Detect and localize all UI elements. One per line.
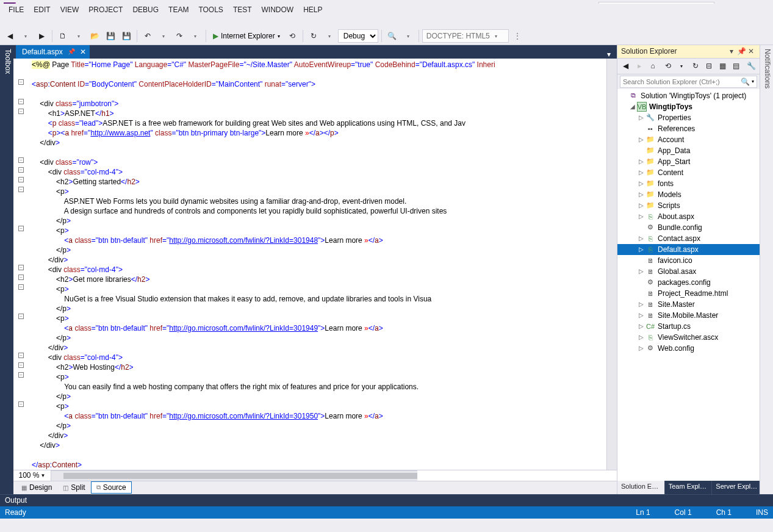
sync-dropdown[interactable]: ▾ [676, 60, 688, 72]
fold-icon[interactable]: − [18, 401, 24, 407]
tree-item[interactable]: 🗎Project_Readme.html [617, 288, 760, 299]
save-button[interactable]: 💾 [103, 29, 118, 43]
refresh-button[interactable]: ↻ [689, 60, 701, 72]
tree-item[interactable]: ▷⎘Contact.aspx [617, 233, 760, 244]
solution-tree[interactable]: ⧉Solution 'WingtipToys' (1 project)◢VBWi… [617, 89, 760, 481]
tree-item[interactable]: ▷⎘About.aspx [617, 211, 760, 222]
fold-icon[interactable]: − [18, 157, 24, 163]
fold-icon[interactable]: − [18, 226, 24, 231]
preview-button[interactable]: ▤ [730, 60, 742, 72]
code-editor[interactable]: − − − − − − − − − − − − − − − − <%@ Page… [13, 59, 617, 470]
back-button[interactable]: ◀ [620, 60, 631, 72]
output-panel-tab[interactable]: Output [0, 494, 773, 506]
fold-icon[interactable]: − [18, 177, 24, 182]
save-all-button[interactable]: 💾 [119, 29, 134, 43]
tab-overflow-icon[interactable]: ▾ [603, 50, 614, 59]
fold-icon[interactable]: − [18, 362, 24, 368]
pin-icon[interactable]: 📌 [68, 48, 75, 55]
menu-file[interactable]: FILE [4, 4, 29, 15]
browser-link-button[interactable]: ⟲ [285, 29, 300, 43]
tree-item[interactable]: ▷C#Startup.cs [617, 321, 760, 332]
fold-icon[interactable]: − [18, 372, 24, 378]
new-project-button[interactable]: 🗋 [56, 29, 70, 43]
doctype-select[interactable]: DOCTYPE: HTML5 ▾ [422, 29, 509, 43]
tree-item[interactable]: ▷⚙Web.config [617, 343, 760, 354]
tree-item[interactable]: ▷🔧Properties [617, 112, 760, 123]
zoom-level[interactable]: 100 %▼ [13, 470, 51, 481]
close-icon[interactable]: ✕ [80, 48, 86, 56]
tab-team-explorer[interactable]: Team Expl… [665, 481, 713, 494]
fold-icon[interactable]: − [18, 353, 24, 358]
nav-back-button[interactable]: ◀ [2, 29, 17, 43]
menu-debug[interactable]: DEBUG [128, 4, 164, 15]
undo-button[interactable]: ↶ [140, 29, 155, 43]
tree-item[interactable]: ▷📁Models [617, 189, 760, 200]
tree-item[interactable]: ▷📁Content [617, 167, 760, 178]
open-file-button[interactable]: 📂 [87, 29, 102, 43]
menu-edit[interactable]: EDIT [29, 4, 55, 15]
tree-item[interactable]: ▷🗎Site.Mobile.Master [617, 310, 760, 321]
menu-view[interactable]: VIEW [56, 4, 84, 15]
code-content[interactable]: <%@ Page Title="Home Page" Language="C#"… [32, 59, 606, 470]
notifications-tab[interactable]: Notifications [760, 45, 773, 494]
vertical-scrollbar[interactable] [606, 59, 617, 470]
refresh-dropdown[interactable]: ▾ [322, 29, 337, 43]
menu-test[interactable]: TEST [228, 4, 257, 15]
menu-tools[interactable]: TOOLS [193, 4, 228, 15]
toolbar-overflow[interactable]: ⋮ [510, 29, 525, 43]
refresh-button[interactable]: ↻ [306, 29, 321, 43]
solution-header[interactable]: Solution Explorer ▾ 📌 ✕ [617, 45, 760, 59]
fold-icon[interactable]: − [18, 99, 24, 104]
tree-item[interactable]: ▷⎘Default.aspx [617, 244, 760, 255]
tree-item[interactable]: ▪▪References [617, 123, 760, 134]
tree-item[interactable]: 🗎favicon.ico [617, 255, 760, 266]
close-icon[interactable]: ✕ [746, 47, 756, 56]
tree-item[interactable]: ⚙Bundle.config [617, 222, 760, 233]
fold-icon[interactable]: − [18, 167, 24, 173]
redo-dropdown[interactable]: ▾ [188, 29, 203, 43]
menu-help[interactable]: HELP [298, 4, 327, 15]
tree-item[interactable]: ▷📁App_Start [617, 156, 760, 167]
properties-button[interactable]: 🔧 [746, 60, 757, 72]
tree-project[interactable]: ◢VBWingtipToys [617, 101, 760, 112]
document-tab[interactable]: Default.aspx 📌 ✕ [16, 45, 90, 59]
tab-server-explorer[interactable]: Server Expl… [712, 481, 760, 494]
dropdown-icon[interactable]: ▾ [727, 47, 736, 56]
toolbox-tab[interactable]: Toolbox [0, 45, 13, 494]
menu-team[interactable]: TEAM [164, 4, 193, 15]
tree-solution[interactable]: ⧉Solution 'WingtipToys' (1 project) [617, 90, 760, 101]
tree-item[interactable]: ▷🗎Global.asax [617, 266, 760, 277]
nav-forward-button[interactable]: ▶ [34, 29, 49, 43]
fold-icon[interactable]: − [18, 275, 24, 280]
design-tab[interactable]: ▦Design [16, 481, 57, 494]
fold-icon[interactable]: − [18, 284, 24, 290]
search-dropdown-icon[interactable]: ▾ [752, 79, 754, 84]
run-button[interactable]: ▶ Internet Explorer ▾ [209, 29, 284, 43]
tree-item[interactable]: ▷📁fonts [617, 178, 760, 189]
home-button[interactable]: ⌂ [647, 60, 658, 72]
tab-solution-explorer[interactable]: Solution E… [617, 481, 665, 494]
tree-item[interactable]: ▷🗎Site.Master [617, 299, 760, 310]
tree-item[interactable]: 📁App_Data [617, 145, 760, 156]
new-dropdown[interactable]: ▾ [71, 29, 86, 43]
sync-button[interactable]: ⟲ [663, 60, 674, 72]
menu-project[interactable]: PROJECT [84, 4, 128, 15]
tree-item[interactable]: ⚙packages.config [617, 277, 760, 288]
fold-icon[interactable]: − [18, 79, 24, 85]
search-icon[interactable]: 🔍 [741, 77, 750, 86]
undo-dropdown[interactable]: ▾ [156, 29, 171, 43]
tree-item[interactable]: ▷📁Account [617, 134, 760, 145]
show-all-button[interactable]: ▦ [716, 60, 728, 72]
menu-window[interactable]: WINDOW [257, 4, 299, 15]
collapse-button[interactable]: ⊟ [703, 60, 714, 72]
nav-back-dropdown[interactable]: ▾ [18, 29, 33, 43]
pin-icon[interactable]: 📌 [736, 47, 746, 56]
tree-item[interactable]: ▷📁Scripts [617, 200, 760, 211]
fold-icon[interactable]: − [18, 265, 24, 270]
fold-icon[interactable]: − [18, 109, 24, 114]
horizontal-scrollbar[interactable] [51, 470, 417, 481]
config-select[interactable]: Debug [338, 29, 378, 43]
fold-icon[interactable]: − [18, 187, 24, 192]
fold-icon[interactable]: − [18, 314, 24, 319]
source-tab[interactable]: ⧉Source [91, 481, 132, 494]
